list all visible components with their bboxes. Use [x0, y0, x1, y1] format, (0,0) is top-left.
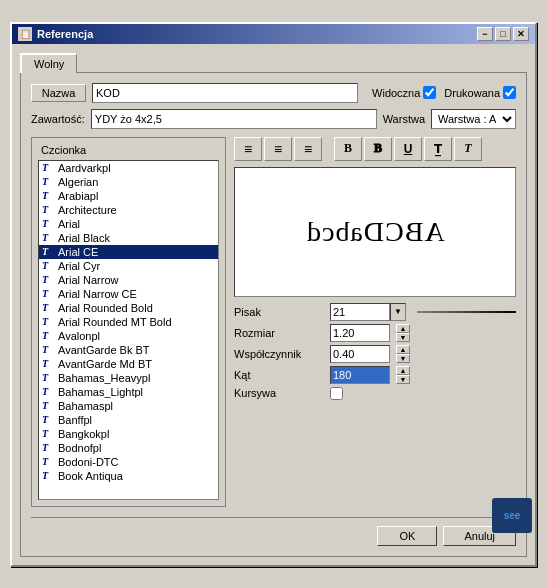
font-type-icon: T	[42, 246, 54, 257]
warstwa-select[interactable]: Warstwa : A	[431, 109, 516, 129]
font-type-icon: T	[42, 204, 54, 215]
font-name-label: Bahamas_Heavypl	[58, 372, 150, 384]
see-logo: see	[492, 498, 532, 533]
minimize-button[interactable]: −	[477, 27, 493, 41]
titlebar: 📋 Referencja − □ ✕	[12, 24, 535, 44]
font-type-icon: T	[42, 232, 54, 243]
font-type-icon: T	[42, 456, 54, 467]
font-list-item[interactable]: TBahamaspl	[39, 399, 218, 413]
align-center-button[interactable]: ≡	[264, 137, 292, 161]
nazwa-button[interactable]: Nazwa	[31, 84, 86, 102]
kat-spinner: ▲ ▼	[396, 366, 410, 384]
font-name-label: Arial Cyr	[58, 260, 100, 272]
font-name-label: Bangkokpl	[58, 428, 109, 440]
kat-row: Kąt ▲ ▼	[234, 366, 516, 384]
font-list-item[interactable]: TBanffpl	[39, 413, 218, 427]
maximize-button[interactable]: □	[495, 27, 511, 41]
font-list-item[interactable]: TAvalonpl	[39, 329, 218, 343]
strikethrough-button[interactable]: T̲	[424, 137, 452, 161]
font-list-item[interactable]: TAlgerian	[39, 175, 218, 189]
font-list-item[interactable]: TArial Narrow	[39, 273, 218, 287]
rozmiar-up[interactable]: ▲	[396, 324, 410, 333]
kursywa-label: Kursywa	[234, 387, 324, 399]
font-list-item[interactable]: TArial Rounded Bold	[39, 301, 218, 315]
font-list-item[interactable]: TBodnofpl	[39, 441, 218, 455]
rozmiar-spinner: ▲ ▼	[396, 324, 410, 342]
font-list-item[interactable]: TArial Rounded MT Bold	[39, 315, 218, 329]
font-type-icon: T	[42, 330, 54, 341]
font-list-item[interactable]: TArial Cyr	[39, 259, 218, 273]
rozmiar-label: Rozmiar	[234, 327, 324, 339]
pisak-input[interactable]	[330, 303, 390, 321]
bold-outline-button[interactable]: B	[364, 137, 392, 161]
font-type-icon: T	[42, 400, 54, 411]
font-list-item[interactable]: TArabiapl	[39, 189, 218, 203]
font-name-label: Arial Narrow	[58, 274, 119, 286]
tab-wolny[interactable]: Wolny	[20, 53, 77, 73]
drukowana-checkbox[interactable]	[503, 86, 516, 99]
wspolczynnik-down[interactable]: ▼	[396, 354, 410, 363]
font-list-item[interactable]: TArial	[39, 217, 218, 231]
pisak-label: Pisak	[234, 306, 324, 318]
kat-down[interactable]: ▼	[396, 375, 410, 384]
underline-button[interactable]: U	[394, 137, 422, 161]
wspolczynnik-input[interactable]	[330, 345, 390, 363]
window-icon: 📋	[18, 27, 32, 41]
font-list-item[interactable]: TBangkokpl	[39, 427, 218, 441]
widoczna-label: Widoczna	[372, 86, 436, 99]
font-name-label: Avalonpl	[58, 330, 100, 342]
font-list-item[interactable]: TBodoni-DTC	[39, 455, 218, 469]
font-name-label: Arial Narrow CE	[58, 288, 137, 300]
font-type-icon: T	[42, 288, 54, 299]
font-type-icon: T	[42, 428, 54, 439]
font-list-item[interactable]: TAvantGarde Bk BT	[39, 343, 218, 357]
toolbar-row: ≡ ≡ ≡ B B U T̲ T	[234, 137, 516, 161]
zawartosc-label: Zawartość:	[31, 113, 85, 125]
wspolczynnik-spinner: ▲ ▼	[396, 345, 410, 363]
font-list-item[interactable]: TBahamas_Heavypl	[39, 371, 218, 385]
font-name-label: Bahamas_Lightpl	[58, 386, 143, 398]
kursywa-checkbox[interactable]	[330, 387, 343, 400]
align-left-button[interactable]: ≡	[234, 137, 262, 161]
nazwa-row: Nazwa Widoczna Drukowana	[31, 83, 516, 103]
rozmiar-input[interactable]	[330, 324, 390, 342]
font-name-label: Bodoni-DTC	[58, 456, 119, 468]
italic-t-button[interactable]: T	[454, 137, 482, 161]
right-options: Widoczna Drukowana	[372, 86, 516, 99]
font-list-item[interactable]: TArial CE	[39, 245, 218, 259]
font-type-icon: T	[42, 470, 54, 481]
bold-button[interactable]: B	[334, 137, 362, 161]
font-type-icon: T	[42, 344, 54, 355]
font-list-item[interactable]: TBook Antiqua	[39, 469, 218, 483]
wspolczynnik-label: Współczynnik	[234, 348, 324, 360]
kat-input[interactable]	[330, 366, 390, 384]
font-type-icon: T	[42, 414, 54, 425]
font-list-item[interactable]: TArial Black	[39, 231, 218, 245]
tab-content: Nazwa Widoczna Drukowana Zawartość:	[20, 72, 527, 557]
font-list-item[interactable]: TArial Narrow CE	[39, 287, 218, 301]
font-name-label: AvantGarde Md BT	[58, 358, 152, 370]
font-list-item[interactable]: TAardvarkpl	[39, 161, 218, 175]
font-name-label: Arial	[58, 218, 80, 230]
widoczna-checkbox[interactable]	[423, 86, 436, 99]
wspolczynnik-up[interactable]: ▲	[396, 345, 410, 354]
close-button[interactable]: ✕	[513, 27, 529, 41]
font-list-item[interactable]: TBahamas_Lightpl	[39, 385, 218, 399]
align-right-button[interactable]: ≡	[294, 137, 322, 161]
kat-up[interactable]: ▲	[396, 366, 410, 375]
zawartosc-input[interactable]	[91, 109, 377, 129]
font-name-label: Arial Rounded Bold	[58, 302, 153, 314]
params-area: Pisak ▼ Rozmiar ▲	[234, 303, 516, 400]
font-list-item[interactable]: TArchitecture	[39, 203, 218, 217]
nazwa-input[interactable]	[92, 83, 358, 103]
font-list[interactable]: TAardvarkplTAlgerianTArabiaplTArchitectu…	[38, 160, 219, 500]
rozmiar-down[interactable]: ▼	[396, 333, 410, 342]
font-name-label: Arial Black	[58, 232, 110, 244]
main-window: 📋 Referencja − □ ✕ Wolny Nazwa Widoczna	[10, 22, 537, 567]
font-type-icon: T	[42, 386, 54, 397]
pisak-arrow[interactable]: ▼	[390, 303, 406, 321]
font-name-label: Arial CE	[58, 246, 98, 258]
ok-button[interactable]: OK	[377, 526, 437, 546]
font-type-icon: T	[42, 218, 54, 229]
font-list-item[interactable]: TAvantGarde Md BT	[39, 357, 218, 371]
